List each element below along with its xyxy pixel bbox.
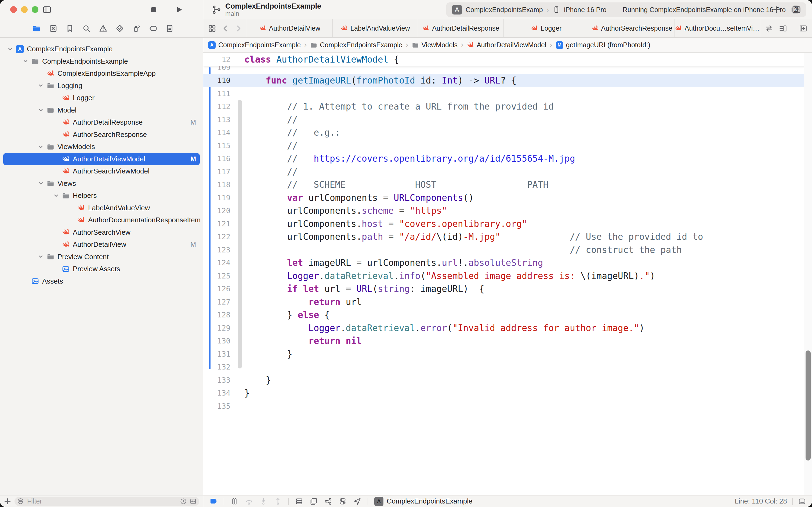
- line-number[interactable]: 111: [203, 90, 232, 98]
- code-text[interactable]: // construct the path: [244, 245, 682, 255]
- view-rows-icon[interactable]: [295, 497, 303, 505]
- code-line-118[interactable]: 118 // SCHEME HOST PATH: [203, 178, 812, 191]
- code-text[interactable]: // https://covers.openlibrary.org/a/id/6…: [244, 153, 575, 164]
- sidebar-item-logger[interactable]: Logger: [3, 92, 200, 104]
- code-line-128[interactable]: 128 } else {: [203, 308, 812, 322]
- code-line-113[interactable]: 113 //: [203, 113, 812, 126]
- line-number[interactable]: 115: [203, 142, 232, 150]
- code-text[interactable]: Logger.dataRetrieval.info("Assembled ima…: [244, 271, 655, 281]
- sidebar-item-viewmodels[interactable]: ViewModels: [3, 141, 200, 153]
- plus-icon[interactable]: [4, 498, 11, 505]
- tab-authordocu-seitemview[interactable]: AuthorDocu…seItemView: [675, 19, 760, 37]
- sidebar-item-authordetailresponse[interactable]: AuthorDetailResponseM: [3, 116, 200, 129]
- source-editor[interactable]: 109110 func getImageURL(fromPhotoId id: …: [203, 53, 812, 495]
- disclosure-chevron-icon[interactable]: [5, 47, 15, 52]
- code-text[interactable]: if let url = URL(string: imageURL) {: [244, 284, 484, 294]
- tab-authordetailview[interactable]: AuthorDetailView: [247, 19, 333, 37]
- grid-icon[interactable]: [208, 24, 216, 33]
- code-line-115[interactable]: 115 //: [203, 139, 812, 152]
- breadcrumb-item[interactable]: ComplexEndpointsExample: [310, 41, 402, 49]
- code-line-127[interactable]: 127 return url: [203, 295, 812, 308]
- code-line-117[interactable]: 117 //: [203, 165, 812, 178]
- sidebar-item-preview-content[interactable]: Preview Content: [3, 251, 200, 263]
- navigator-tab-spray[interactable]: [132, 24, 141, 33]
- sidebar-item-authordocumentationresponseitemview[interactable]: AuthorDocumentationResponseItemView: [3, 214, 200, 226]
- line-number[interactable]: 135: [203, 402, 232, 410]
- line-number[interactable]: 112: [203, 102, 232, 111]
- code-text[interactable]: return url: [244, 297, 362, 307]
- line-number[interactable]: 110: [203, 76, 232, 84]
- code-line-122[interactable]: 122 urlComponents.path = "/a/id/\(id)-M.…: [203, 230, 812, 243]
- code-line-130[interactable]: 130 return nil: [203, 335, 812, 348]
- line-number[interactable]: 132: [203, 363, 232, 371]
- code-text[interactable]: urlComponents.host = "covers.openlibrary…: [244, 219, 527, 229]
- code-text[interactable]: // e.g.:: [244, 127, 341, 138]
- sidebar-item-views[interactable]: Views: [3, 177, 200, 190]
- code-text[interactable]: //: [244, 114, 298, 125]
- editoropts-icon[interactable]: [779, 24, 787, 33]
- plus-icon[interactable]: [772, 6, 780, 14]
- sidebar-item-logging[interactable]: Logging: [3, 80, 200, 92]
- sidebar-item-complexendpointsexampleapp[interactable]: ComplexEndpointsExampleApp: [3, 67, 200, 80]
- disclosure-chevron-icon[interactable]: [36, 144, 46, 150]
- code-line-119[interactable]: 119 var urlComponents = URLComponents(): [203, 191, 812, 204]
- disclosure-chevron-icon[interactable]: [36, 83, 46, 88]
- code-line-112[interactable]: 112 // 1. Attempt to create a URL from t…: [203, 100, 812, 113]
- editor-scrollbar[interactable]: [804, 53, 812, 495]
- sticky-code-text[interactable]: class AuthorDetailViewModel {: [244, 54, 399, 65]
- code-text[interactable]: urlComponents.path = "/a/id/\(id)-M.jpg"…: [244, 231, 703, 242]
- code-line-126[interactable]: 126 if let url = URL(string: imageURL) {: [203, 282, 812, 296]
- code-text[interactable]: // 1. Attempt to create a URL from the p…: [244, 101, 554, 112]
- scrollbar-thumb[interactable]: [806, 350, 811, 460]
- stop-icon[interactable]: [150, 6, 158, 14]
- chevleft-icon[interactable]: [222, 25, 229, 32]
- display-icon[interactable]: [798, 497, 806, 505]
- line-number[interactable]: 116: [203, 154, 232, 163]
- code-line-123[interactable]: 123 // construct the path: [203, 243, 812, 257]
- play-icon[interactable]: [175, 6, 183, 14]
- sidebar-item-assets[interactable]: Assets: [3, 275, 200, 288]
- code-text[interactable]: var urlComponents = URLComponents(): [244, 192, 474, 203]
- line-number[interactable]: 125: [203, 272, 232, 280]
- navigator-tab-diamond[interactable]: [115, 24, 124, 33]
- view-layers-icon[interactable]: [309, 497, 317, 505]
- step-out-icon[interactable]: [274, 497, 282, 505]
- line-number[interactable]: 117: [203, 168, 232, 176]
- code-line-132[interactable]: 132: [203, 361, 812, 374]
- tab-authorsearchresponse[interactable]: AuthorSearchResponse: [589, 19, 675, 37]
- sidebar-item-model[interactable]: Model: [3, 104, 200, 117]
- code-line-121[interactable]: 121 urlComponents.host = "covers.openlib…: [203, 217, 812, 230]
- code-text[interactable]: }: [244, 375, 271, 385]
- pause-icon[interactable]: [230, 497, 238, 505]
- line-number[interactable]: 133: [203, 376, 232, 384]
- swap-icon[interactable]: [765, 24, 773, 33]
- memory-capsules-icon[interactable]: [339, 497, 347, 505]
- line-number[interactable]: 124: [203, 259, 232, 267]
- code-line-124[interactable]: 124 let imageURL = urlComponents.url!.ab…: [203, 257, 812, 270]
- tab-labelandvalueview[interactable]: LabelAndValueView: [333, 19, 418, 37]
- sidebartoggle-icon[interactable]: [43, 5, 52, 14]
- code-line-133[interactable]: 133 }: [203, 374, 812, 387]
- line-number[interactable]: 122: [203, 233, 232, 241]
- tab-logger[interactable]: Logger: [504, 19, 589, 37]
- code-text[interactable]: // SCHEME HOST PATH: [244, 179, 548, 190]
- code-line-110[interactable]: 110 func getImageURL(fromPhotoId id: Int…: [203, 74, 812, 87]
- line-number[interactable]: 119: [203, 193, 232, 202]
- scheme-name[interactable]: ComplexEndpointsExamp: [466, 6, 543, 14]
- sidebar-item-authorsearchviewmodel[interactable]: AuthorSearchViewModel: [3, 165, 200, 177]
- line-number[interactable]: 123: [203, 246, 232, 254]
- disclosure-chevron-icon[interactable]: [36, 181, 46, 186]
- code-text[interactable]: //: [244, 140, 298, 151]
- breadcrumb-item[interactable]: AComplexEndpointsExample: [208, 41, 301, 49]
- sidebar-item-authorsearchview[interactable]: AuthorSearchView: [3, 226, 200, 239]
- addeditor-icon[interactable]: [799, 24, 807, 33]
- editorlayout-icon[interactable]: [792, 5, 801, 14]
- sidebar-item-complexendpointsexample[interactable]: ComplexEndpointsExample: [3, 55, 200, 68]
- sidebar-item-preview-assets[interactable]: Preview Assets: [3, 263, 200, 275]
- run-destination-pill[interactable]: A ComplexEndpointsExamp › iPhone 16 Pro …: [446, 2, 806, 17]
- code-text[interactable]: //: [244, 167, 298, 177]
- code-text[interactable]: func getImageURL(fromPhotoId id: Int) ->…: [244, 75, 516, 86]
- sidebar-item-authorsearchresponse[interactable]: AuthorSearchResponse: [3, 129, 200, 141]
- code-text[interactable]: }: [244, 349, 292, 359]
- sidebar-item-helpers[interactable]: Helpers: [3, 189, 200, 202]
